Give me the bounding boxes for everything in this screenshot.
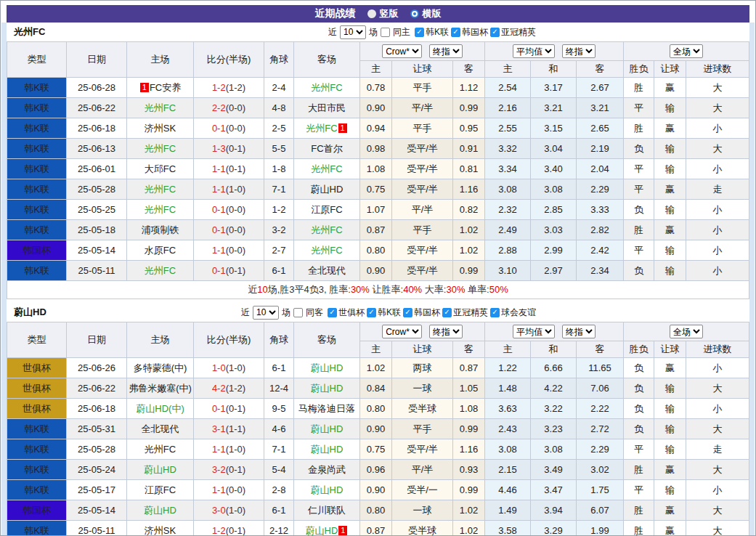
cell-goals-result: 大	[686, 98, 749, 118]
column-header-type: 类型	[7, 42, 67, 78]
league-label: 世俱杯	[338, 306, 365, 319]
summary-segment: 让胜率:	[370, 284, 403, 295]
cell-competition: 世俱杯	[7, 378, 67, 399]
same-venue-checkbox[interactable]	[381, 28, 390, 37]
average-select[interactable]: 平均值	[513, 325, 555, 338]
league-label: 亚冠精英	[452, 306, 489, 319]
league-checkbox[interactable]	[451, 28, 460, 37]
league-filter: 亚冠精英	[442, 306, 489, 319]
near-count-select[interactable]: 10	[340, 25, 366, 39]
matches-table: 类型 日期 主场 比分(半场) 角球 客场 Crow* 终指 平均值 终指	[7, 41, 749, 299]
cell-avg-home: 2.54	[485, 78, 531, 98]
cell-away-team: 大田市民	[294, 98, 360, 118]
fulltime-score: 4-2	[212, 383, 226, 394]
cell-odds-handicap: 受半球	[392, 521, 453, 536]
team-name: 仁川联队	[308, 505, 346, 516]
subcolumn-header-away-odds: 客	[453, 61, 485, 78]
cell-handicap-result: 输	[654, 261, 686, 281]
cell-odds-handicap: 平/半	[392, 200, 453, 220]
cell-date: 25-06-18	[67, 399, 127, 419]
vertical-layout-radio[interactable]	[367, 9, 376, 18]
cell-avg-draw: 2.85	[531, 200, 577, 220]
fulltime-score: 0-1	[212, 123, 226, 134]
team-name: 全北现代	[142, 423, 179, 434]
cell-corners: 6-1	[264, 261, 294, 281]
cell-goals-result: 走	[686, 179, 749, 200]
same-venue-checkbox[interactable]	[293, 308, 303, 317]
league-checkbox[interactable]	[415, 28, 424, 37]
team-name: 蔚山HD(中)	[136, 403, 184, 414]
league-checkbox[interactable]	[367, 308, 376, 317]
halftime-score: (0-1)	[226, 403, 245, 414]
red-card-badge: 1	[140, 83, 149, 92]
fulltime-score: 1-1	[212, 245, 226, 256]
cell-goals-result: 小	[686, 220, 749, 240]
cell-avg-home: 3.63	[485, 399, 531, 419]
cell-away-team: 光州FC	[294, 220, 360, 240]
fulltime-score: 3-2	[212, 464, 226, 475]
bookmaker-final-select[interactable]: 终指	[429, 325, 463, 338]
team-name: 多特蒙德(中)	[134, 362, 187, 373]
league-checkbox[interactable]	[490, 28, 500, 37]
cell-competition: 韩K联	[7, 439, 67, 460]
cell-handicap-result: 输	[654, 480, 686, 500]
league-checkbox[interactable]	[442, 308, 452, 317]
team-name: 蔚山HD	[311, 362, 344, 373]
cell-odds-away: 0.99	[453, 98, 485, 118]
cell-handicap-result: 输	[654, 419, 686, 439]
league-checkbox[interactable]	[328, 308, 337, 317]
cell-odds-away: 1.08	[453, 399, 485, 419]
league-checkbox[interactable]	[490, 308, 500, 317]
team-name: FC首尔	[311, 143, 342, 154]
cell-away-team: 光州FC	[294, 78, 360, 98]
cell-odds-away: 0.93	[453, 460, 485, 480]
cell-score: 1-3(0-1)	[194, 139, 264, 159]
cell-home-team: 济州SK	[127, 521, 194, 536]
subcolumn-header-away-odds: 客	[453, 341, 485, 358]
bookmaker-select[interactable]: Crow*	[382, 44, 422, 58]
cell-odds-handicap: 受平/半	[392, 139, 453, 159]
near-count-select[interactable]: 10	[253, 306, 279, 320]
cell-avg-away: 2.29	[577, 179, 624, 200]
bookmaker-final-select[interactable]: 终指	[429, 44, 463, 58]
section-team-name: 蔚山HD	[14, 306, 46, 319]
cell-score: 1-0(1-0)	[194, 358, 264, 378]
match-row: 韩K联25-05-28光州FC1-1(1-0)7-1蔚山HD0.75受平/半1.…	[7, 439, 749, 460]
league-checkbox[interactable]	[403, 308, 412, 317]
summary-row: 近10场,胜3平4负3, 胜率:30% 让胜率:40% 大率:30% 单率:50…	[7, 281, 749, 299]
scope-select[interactable]: 全场	[670, 44, 703, 58]
horizontal-layout-radio[interactable]	[410, 9, 419, 18]
fulltime-score: 0-1	[212, 204, 226, 215]
bookmaker-select[interactable]: Crow*	[382, 325, 422, 338]
column-header-corners: 角球	[264, 322, 294, 358]
layout-option-horizontal[interactable]: 横版	[410, 7, 442, 20]
cell-away-team: 仁川联队	[294, 500, 360, 521]
cell-corners: 2-5	[264, 118, 294, 139]
subcolumn-header-avg-away: 客	[577, 61, 624, 78]
matches-table: 类型 日期 主场 比分(半场) 角球 客场 Crow* 终指 平均值 终指	[7, 322, 749, 536]
cell-competition: 韩K联	[7, 159, 67, 179]
halftime-score: (0-1)	[226, 525, 245, 536]
layout-option-vertical[interactable]: 竖版	[367, 7, 399, 20]
cell-outcome: 平	[624, 480, 654, 500]
team-name: 光州FC	[145, 143, 176, 154]
average-final-select[interactable]: 终指	[562, 325, 596, 338]
halftime-score: (0-1)	[226, 143, 245, 154]
cell-outcome: 胜	[624, 500, 654, 521]
cell-avg-home: 3.08	[485, 179, 531, 200]
halftime-score: (1-0)	[226, 444, 245, 455]
cell-date: 25-05-31	[67, 419, 127, 439]
cell-goals-result: 大	[686, 139, 749, 159]
cell-avg-draw: 3.29	[531, 521, 577, 536]
cell-home-team: 蔚山HD	[127, 460, 194, 480]
scope-select[interactable]: 全场	[670, 325, 703, 338]
cell-avg-draw: 2.97	[531, 261, 577, 281]
cell-avg-away: 2.42	[577, 240, 624, 261]
near-label: 近	[328, 26, 338, 38]
vertical-layout-label: 竖版	[380, 7, 399, 20]
cell-away-team: 金泉尚武	[294, 460, 360, 480]
cell-avg-away: 3.21	[577, 98, 624, 118]
cell-score: 1-1(0-1)	[194, 159, 264, 179]
average-select[interactable]: 平均值	[513, 44, 555, 58]
average-final-select[interactable]: 终指	[562, 44, 596, 58]
